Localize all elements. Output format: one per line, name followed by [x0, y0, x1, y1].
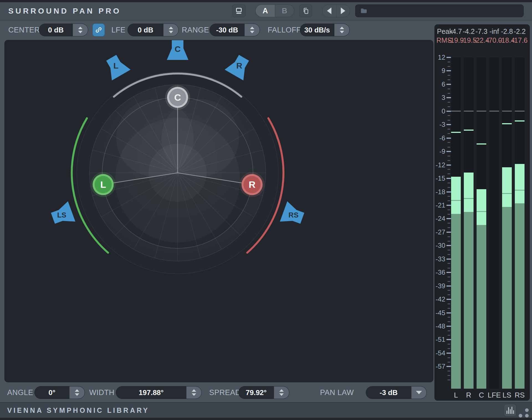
pan-puck-C[interactable]: C	[165, 85, 190, 110]
speaker-icon-LS[interactable]: LS	[49, 201, 75, 229]
scale-tick-minor	[447, 250, 450, 251]
increment-icon	[340, 27, 344, 29]
spread-stepper-buttons[interactable]	[274, 386, 289, 399]
meter-fill-muted-C	[477, 225, 486, 389]
scale-tick-minor	[447, 120, 450, 121]
ab-toggle-a[interactable]: A	[256, 5, 275, 17]
scale-tick-minor	[447, 93, 450, 94]
separator	[0, 20, 532, 21]
scale-tick-minor	[447, 209, 450, 210]
scale-tick-minor	[447, 277, 450, 277]
rms-marker-RS	[515, 190, 525, 191]
width-stepper: 197.88°	[116, 386, 202, 399]
falloff-label: FALLOFF	[268, 24, 301, 36]
falloff-value[interactable]: 30 dB/s	[300, 24, 334, 36]
meter-toggle-button[interactable]	[504, 404, 516, 417]
page-title: SURROUND PAN PRO	[8, 6, 121, 16]
scale-tick-minor	[447, 344, 450, 345]
next-preset-button[interactable]	[336, 5, 350, 17]
link-button[interactable]	[93, 24, 105, 36]
puck-label: R	[249, 179, 255, 190]
scale-tick-minor	[447, 303, 450, 304]
center-stepper-buttons[interactable]	[73, 24, 88, 36]
width-label: WIDTH	[89, 386, 114, 399]
scale-tick-major	[446, 165, 451, 166]
scale-tick-major	[446, 84, 451, 85]
ab-toggle-b[interactable]: B	[275, 5, 294, 17]
resize-grip[interactable]	[519, 414, 522, 418]
pan-law-dropdown-button[interactable]	[411, 386, 426, 399]
falloff-stepper-buttons[interactable]	[334, 24, 349, 36]
pan-law-dropdown[interactable]: -3 dB	[366, 386, 427, 399]
resize-grip[interactable]	[525, 408, 529, 412]
rms-marker-LS	[502, 193, 512, 194]
scale-tick-minor	[447, 160, 450, 161]
increment-icon	[78, 27, 83, 29]
peak-hold-L	[451, 132, 461, 133]
brand-text: VIENNA SYMPHONIC LIBRARY	[7, 406, 149, 414]
resize-grip[interactable]	[525, 414, 529, 418]
scale-tick-minor	[447, 236, 450, 237]
angle-value[interactable]: 0°	[35, 386, 69, 399]
window-bottom-edge	[0, 418, 532, 420]
copy-button[interactable]	[299, 4, 312, 17]
scale-tick-major	[446, 138, 451, 139]
width-stepper-buttons[interactable]	[186, 386, 201, 399]
speaker-label: RS	[288, 211, 298, 219]
channel-label-L: L	[449, 391, 462, 399]
pan-puck-R[interactable]: R	[240, 172, 265, 197]
pan-puck-L[interactable]: L	[91, 172, 116, 197]
increment-icon	[75, 389, 79, 392]
scale-tick-major	[446, 232, 451, 233]
scale-tick-minor	[447, 290, 450, 291]
pan-law-label: PAN LAW	[320, 386, 354, 399]
scale-label: 3	[435, 94, 445, 102]
scale-tick-major	[446, 312, 451, 313]
pan-field[interactable]: CLRLSRSCLR	[5, 40, 433, 382]
center-label: CENTER	[8, 24, 40, 36]
range-stepper-buttons[interactable]	[244, 24, 260, 36]
scale-label: -51	[435, 336, 445, 343]
speaker-icon-R[interactable]: R	[225, 52, 254, 80]
link-icon	[95, 26, 103, 34]
rms-marker-L	[451, 200, 461, 201]
window-mode-button[interactable]	[232, 4, 245, 17]
scale-label: -36	[435, 269, 445, 276]
width-value[interactable]: 197.88°	[116, 386, 186, 399]
center-value[interactable]: 0 dB	[39, 24, 73, 36]
plugin-window: SURROUND PAN PRO A B CENTER 0 dB	[0, 0, 532, 420]
scale-tick-minor	[447, 88, 450, 89]
scale-label: -57	[435, 363, 445, 370]
meter-icon	[510, 409, 511, 414]
speaker-icon-RS[interactable]: RS	[280, 201, 306, 229]
scale-label: -39	[435, 282, 445, 290]
spread-value[interactable]: 79.92°	[239, 386, 274, 399]
scale-tick-major	[446, 326, 451, 327]
scale-label: -30	[435, 242, 445, 249]
meter-fill-bright-LS	[502, 167, 512, 207]
scale-tick-minor	[447, 317, 450, 318]
scale-tick-major	[446, 97, 451, 98]
range-value[interactable]: -30 dB	[210, 24, 244, 36]
scale-label: -24	[435, 215, 445, 222]
speaker-icon-L[interactable]: L	[102, 52, 131, 80]
lfe-value[interactable]: 0 dB	[128, 24, 163, 36]
meter-fill-bright-C	[477, 189, 486, 225]
scale-tick-major	[446, 245, 451, 246]
speaker-icon-C[interactable]: C	[167, 40, 188, 60]
meter-icon	[511, 407, 512, 414]
scale-tick-minor	[447, 75, 450, 76]
prev-preset-button[interactable]	[323, 5, 336, 17]
speaker-label: LS	[57, 211, 66, 219]
spread-label: SPREAD	[209, 386, 241, 399]
meter-icon	[513, 410, 514, 414]
scale-tick-minor	[447, 102, 450, 103]
pan-field-panel: CLRLSRSCLR	[4, 40, 433, 382]
zero-line-R	[464, 111, 474, 112]
scale-tick-major	[446, 111, 451, 112]
angle-stepper-buttons[interactable]	[69, 386, 85, 399]
increment-icon	[250, 27, 254, 29]
preset-field[interactable]	[355, 4, 524, 17]
increment-icon	[192, 389, 196, 392]
lfe-stepper-buttons[interactable]	[163, 24, 178, 36]
